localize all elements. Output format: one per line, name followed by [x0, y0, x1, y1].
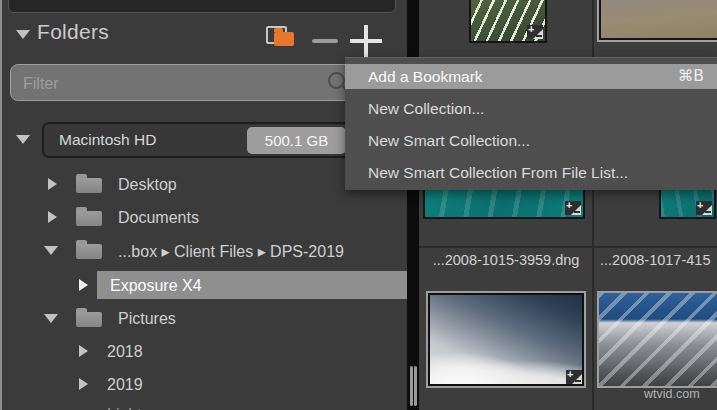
chevron-right-icon[interactable] — [79, 279, 88, 291]
filter-input[interactable] — [21, 65, 325, 102]
search-icon — [328, 72, 345, 89]
tree-row-label: 2018 — [107, 343, 143, 361]
collapsed-panel-edge — [8, 0, 396, 13]
tree-row-label: Lightroom — [107, 406, 178, 410]
scrollbar-thumb[interactable] — [410, 366, 413, 406]
scrollbar-thumb[interactable] — [414, 366, 417, 406]
volume-disclosure-icon[interactable] — [16, 135, 30, 144]
tree-row-pictures[interactable]: Pictures — [0, 302, 408, 335]
volume-capacity-badge: 500.1 GB — [247, 127, 346, 154]
chevron-down-icon[interactable] — [44, 246, 58, 255]
menu-item-new-smart-collection-from-file-list[interactable]: New Smart Collection From File List... — [345, 160, 717, 185]
tree-row-2019[interactable]: 2019 — [0, 368, 408, 401]
tree-row-label: Desktop — [118, 176, 177, 194]
volume-label: Macintosh HD — [59, 124, 156, 156]
file-name: ...2008-1017-415 — [600, 252, 717, 272]
folder-icon — [76, 240, 102, 260]
remove-button-minus-icon[interactable] — [312, 39, 338, 43]
folders-disclosure-icon[interactable] — [16, 30, 30, 39]
menu-item-new-collection[interactable]: New Collection... — [345, 96, 717, 121]
folder-icon — [76, 174, 102, 194]
tree-row-documents[interactable]: Documents — [0, 201, 408, 234]
thumbnail-mountain-2[interactable] — [597, 291, 717, 388]
chevron-down-icon[interactable] — [44, 314, 58, 323]
edit-badge-icon: + — [527, 25, 543, 39]
thumbnail-mountain-1[interactable]: + — [426, 291, 586, 388]
menu-item-add-bookmark[interactable]: Add a Bookmark ⌘B — [345, 64, 717, 89]
panel-title: Folders — [37, 20, 109, 44]
edit-badge-icon: + — [696, 201, 712, 215]
tree-row-partial[interactable]: Lightroom — [0, 398, 408, 410]
menu-item-label: New Smart Collection... — [368, 132, 530, 149]
menu-item-label: Add a Bookmark — [368, 68, 483, 85]
edit-badge-icon: + — [566, 370, 582, 384]
tree-row-client-files[interactable]: ...box ▸ Client Files ▸ DPS-2019 — [0, 234, 408, 267]
grid-row-divider — [419, 246, 717, 248]
folder-icon — [76, 207, 102, 227]
menu-item-shortcut: ⌘B — [678, 64, 704, 89]
edit-badge-icon: + — [565, 201, 581, 215]
folder-icon — [76, 308, 102, 328]
tree-row-2018[interactable]: 2018 — [0, 335, 408, 368]
menu-item-label: New Collection... — [368, 100, 484, 117]
file-name: ...2008-1015-3959.dng — [420, 252, 592, 272]
thumbnail-leaf[interactable]: + — [469, 0, 547, 43]
tree-row-label: Pictures — [118, 310, 176, 328]
context-menu: Add a Bookmark ⌘B New Collection... New … — [345, 57, 717, 190]
tree-row-label: ...box ▸ Client Files ▸ DPS-2019 — [118, 241, 344, 260]
chevron-right-icon[interactable] — [79, 378, 88, 390]
add-folder-icon[interactable] — [266, 24, 298, 52]
thumbnail-sand-wave[interactable] — [597, 0, 717, 42]
add-button-plus-icon[interactable] — [350, 25, 382, 57]
chevron-right-icon[interactable] — [48, 211, 57, 223]
chevron-right-icon[interactable] — [79, 345, 88, 357]
tree-row-label: 2019 — [107, 376, 143, 394]
menu-item-label: New Smart Collection From File List... — [368, 164, 628, 181]
chevron-right-icon[interactable] — [48, 178, 57, 190]
tree-row-exposure-x4-selected[interactable]: Exposure X4 — [0, 269, 408, 302]
watermark: wtvid.com — [644, 387, 700, 401]
tree-row-label: Exposure X4 — [110, 277, 202, 295]
filter-field[interactable] — [10, 64, 398, 101]
menu-item-new-smart-collection[interactable]: New Smart Collection... — [345, 128, 717, 153]
tree-row-label: Documents — [118, 209, 199, 227]
